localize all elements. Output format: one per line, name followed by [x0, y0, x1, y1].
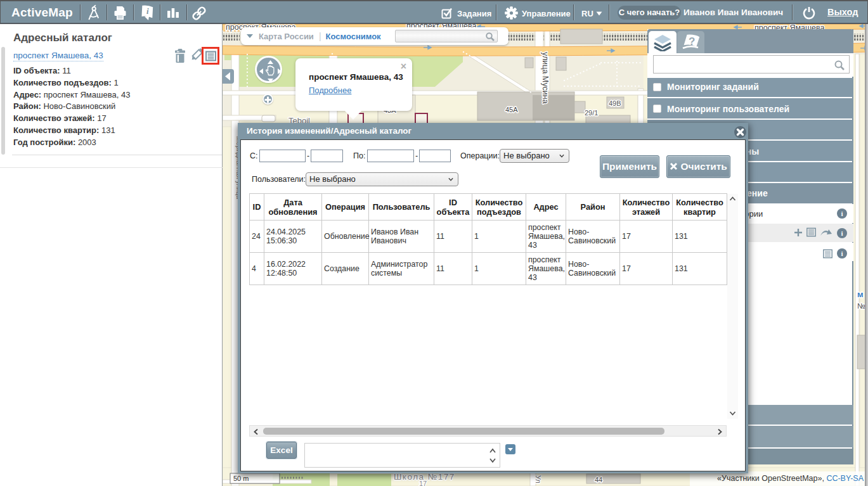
svg-text:i: i: [841, 250, 843, 257]
svg-text:44: 44: [595, 476, 602, 483]
svg-text:i: i: [841, 210, 843, 217]
svg-text:i: i: [146, 6, 149, 16]
svg-text:45А: 45А: [505, 106, 518, 113]
svg-text:улица Мусина: улица Мусина: [541, 52, 550, 104]
svg-text:50 m: 50 m: [233, 475, 249, 482]
svg-text:i: i: [841, 229, 843, 237]
svg-text:17: 17: [419, 480, 427, 486]
svg-text:29/1: 29/1: [585, 109, 598, 117]
svg-text:?: ?: [689, 35, 695, 48]
svg-text:Ул: Ул: [534, 475, 542, 483]
svg-text:49В: 49В: [609, 99, 621, 107]
